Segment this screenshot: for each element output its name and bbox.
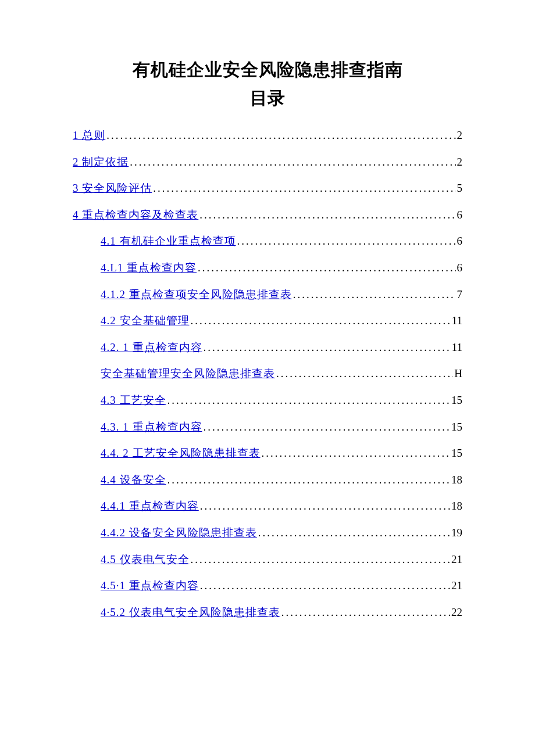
toc-item: 4.4.2 设备安全风险隐患排查表.......................… bbox=[73, 519, 462, 546]
toc-dots: ........................................… bbox=[236, 228, 456, 255]
toc-link[interactable]: 3 安全风险评估 bbox=[73, 175, 152, 202]
toc-dots: ........................................… bbox=[105, 122, 455, 149]
toc-link[interactable]: 4.5 仪表电气安全 bbox=[101, 546, 190, 573]
toc-dots: ........................................… bbox=[190, 546, 451, 573]
toc-link[interactable]: 4·5.2 仪表电气安全风险隐患排查表 bbox=[101, 599, 280, 626]
document-subtitle: 目录 bbox=[73, 87, 462, 110]
toc-page: H bbox=[453, 360, 462, 387]
toc-dots: ........................................… bbox=[275, 360, 453, 387]
toc-page: 6 bbox=[456, 202, 463, 228]
toc-item: 4.2. 1 重点检查内容...........................… bbox=[73, 334, 462, 361]
toc-dots: ........................................… bbox=[166, 467, 451, 493]
toc-dots: ........................................… bbox=[198, 202, 455, 228]
toc-page: 15 bbox=[450, 440, 462, 467]
toc-dots: ........................................… bbox=[199, 572, 450, 599]
toc-dots: ........................................… bbox=[292, 281, 456, 308]
document-title: 有机硅企业安全风险隐患排查指南 bbox=[73, 58, 462, 82]
toc-link[interactable]: 4.4.2 设备安全风险隐患排查表 bbox=[101, 519, 257, 546]
toc-link[interactable]: 4.1 有机硅企业重点检查项 bbox=[101, 228, 236, 255]
toc-dots: ........................................… bbox=[257, 519, 450, 546]
toc-item: 4.3 工艺安全................................… bbox=[73, 387, 462, 414]
toc-item: 4.1.2 重点检查项安全风险隐患排查表....................… bbox=[73, 281, 462, 308]
toc-page: 15 bbox=[450, 387, 462, 414]
toc-dots: ........................................… bbox=[152, 175, 455, 202]
toc-item: 4.3. 1 重点检查内容...........................… bbox=[73, 414, 462, 440]
toc-dots: ........................................… bbox=[280, 599, 450, 626]
toc-item: 4.4.1 重点检查内容............................… bbox=[73, 493, 462, 519]
toc-link[interactable]: 安全基础管理安全风险隐患排查表 bbox=[101, 360, 275, 387]
toc-link[interactable]: 4.4 设备安全 bbox=[101, 467, 166, 493]
toc-dots: ........................................… bbox=[199, 493, 450, 519]
toc-link[interactable]: 4.2. 1 重点检查内容 bbox=[101, 334, 202, 361]
toc-link[interactable]: 4.L1 重点检查内容 bbox=[101, 255, 197, 281]
toc-item: 4 重点检查内容及检查表............................… bbox=[73, 202, 462, 228]
toc-item: 4.4 设备安全................................… bbox=[73, 467, 462, 493]
toc-page: 21 bbox=[450, 572, 462, 599]
toc-dots: ........................................… bbox=[197, 255, 455, 281]
toc-dots: ........................................… bbox=[166, 387, 451, 414]
toc-item: 4·5.2 仪表电气安全风险隐患排查表.....................… bbox=[73, 599, 462, 626]
toc-item: 4.L1 重点检查内容.............................… bbox=[73, 255, 462, 281]
toc-link[interactable]: 1 总则 bbox=[73, 122, 105, 149]
toc-page: 2 bbox=[456, 122, 463, 149]
toc-link[interactable]: 4.4. 2 工艺安全风险隐患排查表 bbox=[101, 440, 261, 467]
toc-item: 4.5·1 重点检查内容............................… bbox=[73, 572, 462, 599]
toc-item: 2 制定依据..................................… bbox=[73, 149, 462, 175]
toc-item: 4.1 有机硅企业重点检查项..........................… bbox=[73, 228, 462, 255]
toc-page: 22 bbox=[450, 599, 462, 626]
toc-page: 19 bbox=[450, 519, 462, 546]
toc-link[interactable]: 4.1.2 重点检查项安全风险隐患排查表 bbox=[101, 281, 292, 308]
toc-link[interactable]: 2 制定依据 bbox=[73, 149, 129, 175]
toc-item: 1 总则....................................… bbox=[73, 122, 462, 149]
toc-link[interactable]: 4.5·1 重点检查内容 bbox=[101, 572, 199, 599]
toc-link[interactable]: 4.4.1 重点检查内容 bbox=[101, 493, 199, 519]
toc-item: 4.2 安全基础管理..............................… bbox=[73, 307, 462, 334]
toc-link[interactable]: 4.2 安全基础管理 bbox=[101, 307, 190, 334]
toc-page: 2 bbox=[456, 149, 463, 175]
toc-link[interactable]: 4.3. 1 重点检查内容 bbox=[101, 414, 202, 440]
toc-page: 7 bbox=[456, 281, 463, 308]
toc-link[interactable]: 4.3 工艺安全 bbox=[101, 387, 166, 414]
toc-page: 6 bbox=[456, 228, 463, 255]
toc-page: 6 bbox=[456, 255, 463, 281]
toc-dots: ........................................… bbox=[202, 334, 451, 361]
toc-list: 1 总则....................................… bbox=[73, 122, 462, 625]
toc-page: 11 bbox=[451, 307, 462, 334]
toc-dots: ........................................… bbox=[202, 414, 451, 440]
toc-page: 18 bbox=[450, 467, 462, 493]
toc-item: 3 安全风险评估................................… bbox=[73, 175, 462, 202]
toc-page: 5 bbox=[456, 175, 463, 202]
toc-page: 11 bbox=[451, 334, 462, 361]
toc-dots: ........................................… bbox=[190, 307, 451, 334]
toc-dots: ........................................… bbox=[129, 149, 455, 175]
toc-page: 15 bbox=[450, 414, 462, 440]
toc-link[interactable]: 4 重点检查内容及检查表 bbox=[73, 202, 198, 228]
toc-item: 4.5 仪表电气安全..............................… bbox=[73, 546, 462, 573]
toc-page: 18 bbox=[450, 493, 462, 519]
toc-item: 4.4. 2 工艺安全风险隐患排查表......................… bbox=[73, 440, 462, 467]
toc-page: 21 bbox=[450, 546, 462, 573]
toc-dots: ........................................… bbox=[261, 440, 451, 467]
toc-item: 安全基础管理安全风险隐患排查表.........................… bbox=[73, 360, 462, 387]
